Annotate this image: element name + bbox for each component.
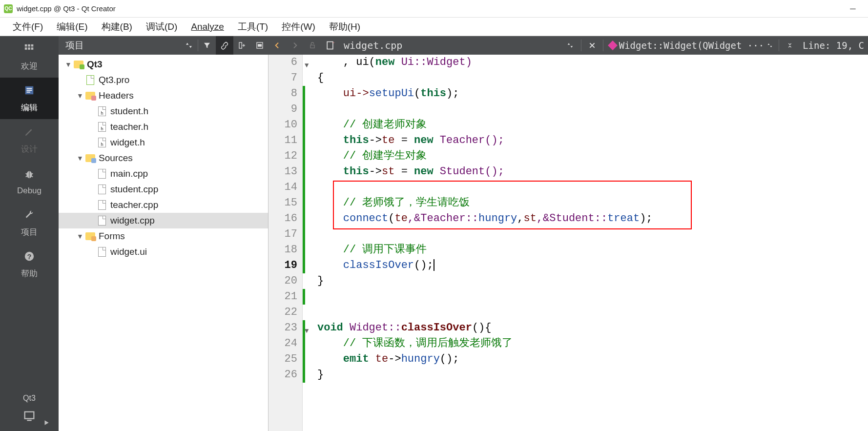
mode-edit[interactable]: 编辑: [0, 78, 59, 119]
fold-column[interactable]: ▼ ▼: [303, 55, 314, 431]
svg-rect-24: [258, 44, 262, 46]
h-file-icon: h: [98, 138, 106, 147]
tree-file-widget-ui[interactable]: widget.ui: [59, 244, 268, 260]
svg-rect-19: [27, 420, 31, 421]
tree-label: Qt3: [87, 59, 103, 70]
svg-rect-3: [25, 47, 27, 50]
line-number: 12: [269, 148, 297, 164]
expand-icon[interactable]: [781, 36, 799, 55]
menu-edit[interactable]: 编辑(E): [50, 18, 94, 36]
kit-selector[interactable]: Qt3: [0, 390, 59, 407]
chevron-down-icon[interactable]: ▼: [305, 323, 309, 339]
svg-text:++: ++: [332, 41, 335, 44]
project-tree[interactable]: ▼ Qt3 Qt3.pro ▼ Headers: [59, 55, 269, 431]
link-icon[interactable]: [216, 36, 233, 55]
editor-filename[interactable]: widget.cpp: [339, 40, 407, 51]
mode-projects-label: 项目: [21, 226, 38, 238]
cpp-file-icon: [98, 200, 106, 210]
tree-file-main-cpp[interactable]: main.cpp: [59, 166, 268, 182]
tree-file-teacher-cpp[interactable]: teacher.cpp: [59, 197, 268, 213]
line-number: 25: [269, 351, 297, 367]
tree-file-teacher-h[interactable]: h teacher.h: [59, 119, 268, 135]
svg-rect-4: [28, 47, 30, 50]
line-number: 21: [269, 289, 297, 305]
nav-forward-icon[interactable]: [286, 36, 304, 55]
menu-debug[interactable]: 调试(D): [139, 18, 184, 36]
titlebar: QC widget.cpp @ Qt3 - Qt Creator ─: [0, 0, 868, 18]
file-type-icon: ++: [321, 36, 339, 55]
text-cursor: [434, 259, 434, 271]
edit-icon: [24, 83, 35, 99]
menu-widgets[interactable]: 控件(W): [275, 18, 322, 36]
svg-rect-25: [310, 45, 314, 48]
qt-app-icon: QC: [4, 4, 13, 13]
menu-file[interactable]: 文件(F): [6, 18, 50, 36]
svg-rect-18: [25, 412, 34, 419]
mode-design[interactable]: 设计: [0, 119, 59, 161]
line-number-gutter[interactable]: 6 7 8 9 10 11 12 13 14 15 16 17: [269, 55, 303, 431]
tree-file-widget-h[interactable]: h widget.h: [59, 135, 268, 150]
mode-welcome[interactable]: 欢迎: [0, 36, 59, 78]
chevron-down-icon: ▼: [75, 154, 85, 162]
tree-label: widget.cpp: [110, 215, 155, 226]
menu-help[interactable]: 帮助(H): [322, 18, 367, 36]
menu-tools[interactable]: 工具(T): [231, 18, 275, 36]
add-split-icon[interactable]: [233, 36, 251, 55]
code-editor[interactable]: 6 7 8 9 10 11 12 13 14 15 16 17: [269, 55, 868, 431]
line-column-indicator[interactable]: Line: 19, C: [799, 40, 868, 51]
cpp-file-icon: [98, 216, 106, 226]
tree-label: Forms: [99, 231, 125, 242]
close-document-icon[interactable]: [583, 36, 601, 55]
tree-file-widget-cpp[interactable]: widget.cpp: [59, 213, 268, 228]
line-number: 16: [269, 211, 297, 226]
mode-help[interactable]: ? 帮助: [0, 244, 59, 285]
chevron-down-icon: ▼: [75, 232, 85, 240]
wrench-icon: [24, 208, 35, 224]
lock-icon[interactable]: [304, 36, 321, 55]
line-number: 20: [269, 273, 297, 289]
svg-rect-26: [327, 42, 333, 49]
minimize-button[interactable]: ─: [842, 1, 864, 16]
folder-forms-icon: [85, 232, 95, 240]
line-number: 23: [269, 320, 297, 336]
layout-icon[interactable]: [251, 36, 269, 55]
menubar: 文件(F) 编辑(E) 构建(B) 调试(D) Analyze 工具(T) 控件…: [0, 18, 868, 36]
filter-icon[interactable]: [198, 36, 216, 55]
h-file-icon: h: [98, 106, 106, 116]
tree-root-qt3[interactable]: ▼ Qt3: [59, 57, 268, 72]
line-number: 9: [269, 102, 297, 117]
sort-icon[interactable]: [180, 36, 198, 55]
line-number: 22: [269, 305, 297, 320]
tree-folder-headers[interactable]: ▼ Headers: [59, 88, 268, 103]
mode-projects[interactable]: 项目: [0, 202, 59, 244]
line-number: 18: [269, 242, 297, 258]
svg-rect-2: [31, 44, 34, 47]
run-target-icon[interactable]: [0, 407, 59, 428]
tree-file-student-h[interactable]: h student.h: [59, 103, 268, 119]
tree-file-student-cpp[interactable]: student.cpp: [59, 182, 268, 197]
tree-file-pro[interactable]: Qt3.pro: [59, 72, 268, 88]
tree-folder-forms[interactable]: ▼ Forms: [59, 228, 268, 244]
line-number: 6: [269, 55, 297, 70]
tree-folder-sources[interactable]: ▼ Sources: [59, 150, 268, 166]
mode-debug-label: Debug: [17, 186, 41, 196]
ui-file-icon: [98, 247, 106, 257]
chevron-down-icon: ▼: [75, 92, 85, 100]
project-toolbar: 项目: [59, 36, 269, 55]
project-pane-label[interactable]: 项目: [59, 39, 180, 52]
svg-rect-0: [25, 44, 27, 47]
chevron-down-icon[interactable]: ▼: [305, 58, 309, 73]
mode-help-label: 帮助: [21, 268, 38, 279]
file-switch-icon[interactable]: [561, 36, 579, 55]
grid-icon: [24, 42, 35, 58]
nav-back-icon[interactable]: [269, 36, 286, 55]
change-marker: [303, 320, 305, 383]
menu-analyze[interactable]: Analyze: [184, 19, 231, 35]
svg-line-15: [32, 176, 33, 177]
bug-icon: [24, 167, 35, 183]
symbol-selector[interactable]: Widget::Widget(QWidget ···: [605, 40, 777, 51]
chevron-down-icon: ▼: [63, 61, 73, 68]
mode-debug[interactable]: Debug: [0, 161, 59, 202]
code-body[interactable]: , ui(new Ui::Widget) { ui->setupUi(this)…: [314, 55, 868, 431]
menu-build[interactable]: 构建(B): [95, 18, 139, 36]
